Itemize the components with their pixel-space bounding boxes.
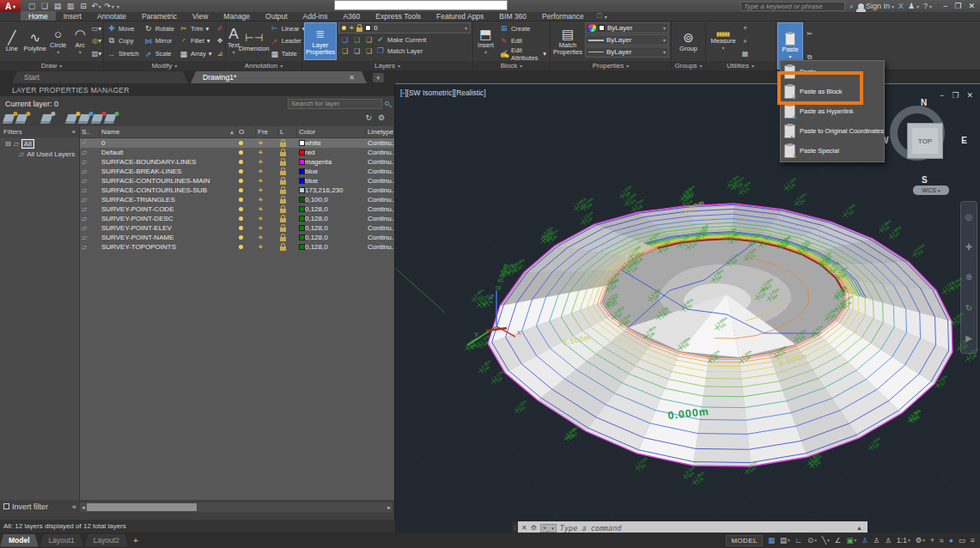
pan-icon[interactable]: ✚ [965,242,972,252]
layer-on-toggle[interactable] [237,186,256,195]
redo-icon[interactable]: ↷▾ [103,1,115,11]
command-customize-icon[interactable]: ⚙ [531,524,537,532]
filter-tree-item-all-used-layers[interactable]: ▱All Used Layers [14,149,79,158]
isolate-objects-icon[interactable]: + [930,536,934,545]
circle-button[interactable]: ○Circle▾ [48,22,69,60]
command-drag-handle[interactable]: ⁞ [512,521,518,533]
layer-freeze-toggle[interactable]: ☀ [256,148,278,157]
command-history-icon[interactable]: ▲ [856,525,864,531]
measure-button[interactable]: Measure▾ [708,22,739,60]
ribbon-tab-output[interactable]: Output [258,11,295,21]
object-snap-icon[interactable]: ▣▾ [846,536,856,545]
save-icon[interactable]: ▤ [52,1,64,11]
layer-on-toggle[interactable] [237,195,256,204]
layer-linetype-cell[interactable]: Continu.. [366,157,394,167]
ribbon-display-toggle[interactable]: ⏍▾ [597,12,607,21]
layer-freeze-toggle[interactable]: ☀ [256,223,278,233]
command-prompt-button[interactable]: >_▾ [540,524,557,533]
layer-freeze-toggle[interactable]: ☀ [256,167,278,176]
explode-icon[interactable]: ❖ [216,35,225,46]
layer-row-surface-break-lines[interactable]: ▱SURFACE-BREAK-LINES☀blueContinu.. [80,167,394,176]
lineweight-select[interactable]: ByLayer▾ [585,34,669,46]
display-icon[interactable]: ▭ [959,536,965,545]
annotation-scale-icon[interactable]: ♙ [885,536,892,545]
layer-on-toggle[interactable] [237,167,256,176]
stretch-button[interactable]: ↔Stretch [106,48,141,60]
exchange-apps-icon[interactable]: X [898,2,904,10]
layer-row-survey-point-elev[interactable]: ▱SURVEY-POINT-ELEV☀0,128,0Continu.. [80,223,394,233]
layer-lock-toggle[interactable] [278,233,297,242]
layer-color-cell[interactable]: 0,128,0 [297,214,366,223]
grid-display-icon[interactable]: ▦ [768,536,775,545]
layer-freeze-toggle[interactable]: ☀ [256,186,278,195]
orbit-icon[interactable]: ↻ [965,303,972,313]
ribbon-tab-featured-apps[interactable]: Featured Apps [429,11,491,21]
open-file-icon[interactable]: ❏ [39,1,51,11]
scale-button[interactable]: ⇗Scale [143,48,176,60]
layer-on-toggle[interactable] [237,176,256,186]
modify-panel-title[interactable]: Modify▾ [104,61,225,70]
layer-on-toggle[interactable] [237,138,256,148]
edit-attributes-button[interactable]: ✍Edit Attributes▾ [498,48,548,60]
collapse-icon[interactable]: « [72,128,76,136]
autoscale-icon[interactable]: ♙ [873,536,880,545]
groups-panel-title[interactable]: Groups▾ [672,61,705,70]
navigation-wheel-icon[interactable]: ◎ [965,212,973,222]
point-icon[interactable]: ＋ [740,35,750,46]
delete-layer-icon[interactable] [92,114,104,121]
mirror-button[interactable]: ⋈Mirror [143,35,176,47]
quick-select-icon[interactable]: ⌖ [740,23,750,34]
offset-icon[interactable]: ⊿ [216,48,225,59]
ribbon-tab-manage[interactable]: Manage [216,11,258,21]
layer-row-survey-point-desc[interactable]: ▱SURVEY-POINT-DESC☀0,128,0Continu.. [80,214,394,223]
layer-color-cell[interactable]: 0,128,0 [297,223,366,233]
column-header-o[interactable]: O [237,126,256,138]
layer-row-surface-contourlines-main[interactable]: ▱SURFACE-CONTOURLINES-MAIN☀blueContinu.. [80,176,394,186]
compass-south[interactable]: S [922,175,928,185]
layout-tab-model[interactable]: Model [0,534,39,547]
navigation-bar[interactable]: ◎✚⊕↻▶ [960,201,977,354]
array-button[interactable]: ▦Array▾ [178,48,214,60]
polyline-button[interactable]: ∿Polyline [24,22,46,60]
annotation-panel-title[interactable]: Annotation▾ [226,61,301,70]
layer-freeze-toggle[interactable]: ☀ [256,242,278,252]
new-drawing-tab-button[interactable]: + [373,73,384,82]
viewport-controls-label[interactable]: [-][SW Isometric][Realistic] [400,88,486,97]
layer-row-surface-contourlines-sub[interactable]: ▱SURFACE-CONTOURLINES-SUB☀173,216,230Con… [80,186,394,195]
layers-panel-title[interactable]: Layers▾ [302,61,472,70]
snap-mode-icon[interactable]: ▤▾ [780,536,790,545]
wcs-selector[interactable]: WCS▾ [913,186,949,195]
new-layer-icon[interactable] [66,114,78,121]
quick-calc-icon[interactable]: ▦ [740,48,750,59]
minimize-button[interactable]: − [943,2,947,10]
layer-linetype-cell[interactable]: Continu.. [366,204,394,214]
close-tab-icon[interactable]: ✕ [349,74,355,82]
create-block-button[interactable]: ⊞Create [498,22,548,34]
ribbon-tab-performance[interactable]: Performance [534,11,592,21]
ribbon-tab-parametric[interactable]: Parametric [134,11,185,21]
rectangle-tool-icon[interactable]: ▭▾ [92,23,101,34]
layer-row-survey-point-name[interactable]: ▱SURVEY-POINT-NAME☀0,128,0Continu.. [80,233,394,242]
layer-linetype-cell[interactable]: Continu.. [366,233,394,242]
layer-color-cell[interactable]: blue [297,167,366,176]
make-current-button[interactable]: ❏❏❏ ✔Make Current [338,34,471,45]
layer-linetype-cell[interactable]: Continu.. [366,138,394,148]
vp-minimize-button[interactable]: − [940,91,944,100]
annotation-scale-value[interactable]: 1:1▾ [897,536,910,545]
copy-button[interactable]: ⧉Copy [106,35,141,47]
layer-properties-button[interactable]: ≣Layer Properties [304,22,337,60]
keyword-search-input[interactable]: Type a keyword or phrase [740,2,845,11]
layer-lock-toggle[interactable] [278,214,297,223]
layer-linetype-cell[interactable]: Continu.. [366,195,394,204]
layer-linetype-cell[interactable]: Continu.. [366,176,394,186]
ribbon-tab-add-ins[interactable]: Add-ins [295,11,336,21]
ribbon-tab-a360[interactable]: A360 [335,11,368,21]
layer-row-default[interactable]: ▱Default☀redContinu.. [80,148,394,157]
layer-lock-toggle[interactable] [278,148,297,157]
close-button[interactable]: ✕ [968,2,975,10]
ribbon-tab-insert[interactable]: Insert [56,11,89,21]
customization-icon[interactable]: ≡ [971,536,975,545]
layer-lock-toggle[interactable] [278,176,297,186]
ortho-icon[interactable]: ∟ [795,536,802,545]
set-current-icon[interactable] [105,114,117,121]
